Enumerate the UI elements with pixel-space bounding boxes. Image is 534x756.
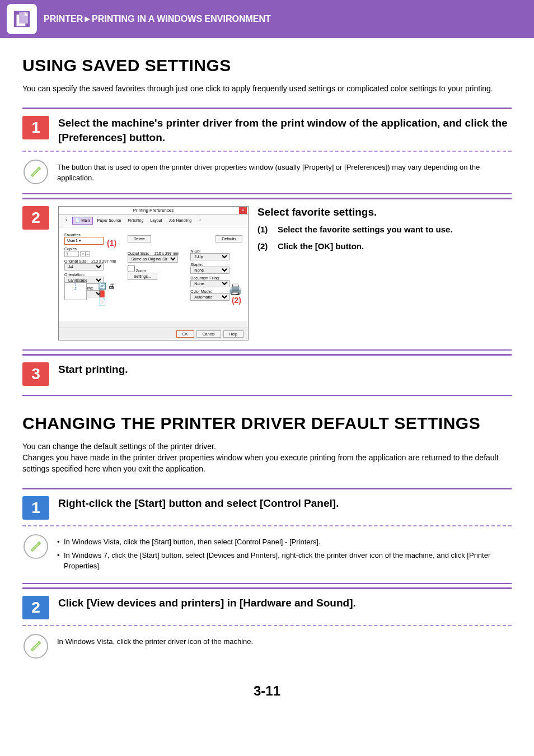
- printing-preferences-dialog: Printing Preferences × ‹ 📄Main Paper Sou…: [58, 206, 249, 340]
- help-button[interactable]: Help: [223, 330, 243, 338]
- header-bar: PRINTER►PRINTING IN A WINDOWS ENVIRONMEN…: [0, 0, 534, 38]
- step-number: 1: [22, 496, 49, 520]
- section2-title: CHANGING THE PRINTER DRIVER DEFAULT SETT…: [22, 414, 512, 433]
- copies-label: Copies:: [64, 247, 78, 251]
- s1-step3: 3 Start printing.: [22, 354, 512, 396]
- dashed-separator: [22, 625, 512, 626]
- output-size-label: Output Size:: [128, 251, 149, 255]
- delete-button[interactable]: Delete: [128, 235, 151, 242]
- tab-main[interactable]: 📄Main: [72, 217, 92, 225]
- copies-input[interactable]: [64, 251, 79, 257]
- note-item: In Windows Vista, click the [Start] butt…: [57, 536, 512, 548]
- settings-button[interactable]: Settings...: [128, 273, 157, 280]
- dialog-tabs: ‹ 📄Main Paper Source Finishing Layout Jo…: [59, 214, 248, 227]
- step-number: 1: [22, 116, 49, 139]
- step-heading: Click [View devices and printers] in [Ha…: [58, 596, 512, 610]
- orientation-label: Orientation:: [64, 273, 85, 277]
- nup-label: N-Up:: [190, 249, 200, 253]
- section1-title: USING SAVED SETTINGS: [22, 56, 512, 75]
- ok-button[interactable]: OK: [176, 330, 194, 338]
- step-number: 2: [22, 206, 49, 230]
- tab-layout[interactable]: Layout: [148, 217, 164, 225]
- dashed-separator: [22, 525, 512, 526]
- docfiling-label: Document Filing:: [190, 276, 220, 280]
- original-size-label: Original Size:: [64, 259, 88, 263]
- side-item-1: (1)Select the favorite settings you want…: [257, 224, 512, 235]
- dashed-separator: [22, 151, 512, 152]
- step-number: 3: [22, 362, 49, 386]
- svg-rect-2: [19, 12, 28, 24]
- staple-select[interactable]: None: [190, 267, 229, 274]
- annotation-1: (1): [107, 239, 116, 248]
- page-content: USING SAVED SETTINGS You can specify the…: [0, 38, 534, 710]
- note-list: In Windows Vista, click the [Start] butt…: [57, 534, 512, 574]
- printer-page-icon: [7, 4, 37, 34]
- favorites-label: Favorites: [64, 233, 81, 237]
- defaults-button[interactable]: Defaults: [216, 235, 242, 242]
- s1-step2: 2 Printing Preferences × ‹ 📄Main Paper S…: [22, 198, 512, 351]
- tab-job-handling[interactable]: Job Handling: [166, 217, 194, 225]
- step-heading: Select the machine's printer driver from…: [58, 116, 512, 144]
- dialog-title: Printing Preferences: [133, 208, 174, 213]
- step-number: 2: [22, 596, 49, 619]
- staple-label: Staple:: [190, 263, 203, 267]
- cancel-button[interactable]: Cancel: [196, 330, 221, 338]
- note-icon: [24, 634, 48, 659]
- side-item-2: (2)Click the [OK] button.: [257, 241, 512, 252]
- tab-finishing[interactable]: Finishing: [125, 217, 146, 225]
- nup-select[interactable]: 2-Up: [190, 253, 229, 260]
- section2-intro: You can change the default settings of t…: [22, 441, 512, 475]
- output-size-select[interactable]: Same as Original Size: [128, 255, 178, 263]
- original-size-select[interactable]: A4: [64, 263, 104, 270]
- page-number: 3-11: [22, 683, 512, 699]
- note-item: In Windows 7, click the [Start] button, …: [57, 550, 512, 572]
- annotation-2: (2): [232, 296, 241, 305]
- close-icon[interactable]: ×: [239, 207, 247, 214]
- zoom-label: Zoom: [136, 269, 146, 273]
- step-heading: Start printing.: [58, 362, 512, 377]
- zoom-checkbox[interactable]: [128, 265, 135, 272]
- note-text: The button that is used to open the prin…: [57, 160, 512, 184]
- note-icon: [24, 160, 48, 184]
- s1-step1: 1 Select the machine's printer driver fr…: [22, 108, 512, 194]
- note-text: In Windows Vista, click the printer driv…: [57, 634, 512, 659]
- favorites-select[interactable]: User1 ▾: [64, 237, 104, 245]
- s2-step1: 1 Right-click the [Start] button and sel…: [22, 488, 512, 584]
- tab-paper-source[interactable]: Paper Source: [95, 217, 124, 225]
- step2-side-heading: Select favorite settings.: [257, 206, 512, 218]
- section1-intro: You can specify the saved favorites thro…: [22, 83, 512, 94]
- step-heading: Right-click the [Start] button and selec…: [58, 496, 512, 511]
- note-icon: [24, 534, 48, 559]
- breadcrumb: PRINTER►PRINTING IN A WINDOWS ENVIRONMEN…: [44, 14, 271, 24]
- s2-step2: 2 Click [View devices and printers] in […: [22, 587, 512, 668]
